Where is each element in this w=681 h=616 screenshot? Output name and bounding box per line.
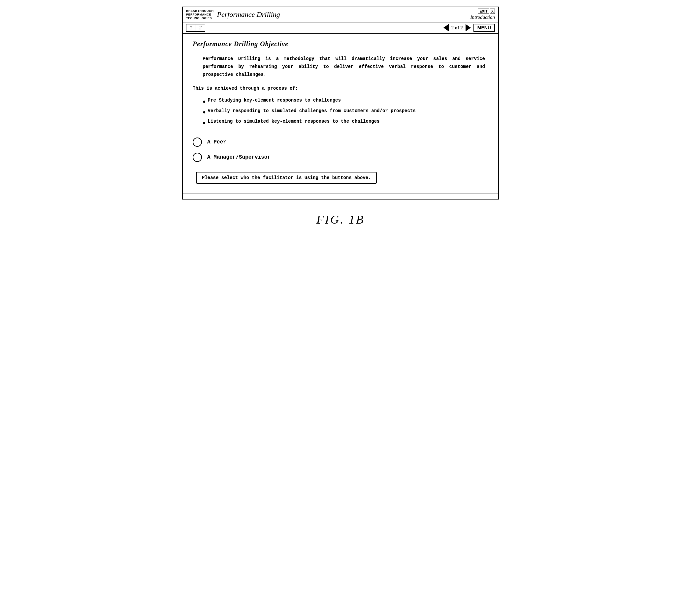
logo-area: BREAKTHROUGH PERFORMANCE TECHNOLOGIES Pe… <box>186 9 280 20</box>
exit-x[interactable]: X <box>490 8 495 14</box>
figure-caption: FIG. 1B <box>317 213 364 226</box>
app-title: Performance Drilling <box>217 10 280 19</box>
content-area: Performance Drilling Objective Performan… <box>183 34 498 194</box>
exit-button[interactable]: EXIT X <box>478 8 495 14</box>
bullet-item-3: ● Listening to simulated key-element res… <box>203 118 488 128</box>
header-row: BREAKTHROUGH PERFORMANCE TECHNOLOGIES Pe… <box>183 7 498 22</box>
bullet-text-1: Pre Studying key-element responses to ch… <box>208 97 341 105</box>
radio-circle-manager[interactable] <box>193 153 202 162</box>
radio-label-manager: A Manager/Supervisor <box>207 154 271 160</box>
logo-line2: PERFORMANCE <box>186 13 214 17</box>
radio-section: A Peer A Manager/Supervisor <box>193 137 488 162</box>
bottom-row <box>183 194 498 199</box>
bullet-text-3: Listening to simulated key-element respo… <box>208 118 380 126</box>
radio-option-peer[interactable]: A Peer <box>193 137 488 147</box>
nav-prev-button[interactable] <box>444 24 449 31</box>
achieved-text: This is achieved through a process of: <box>193 85 488 93</box>
radio-option-manager[interactable]: A Manager/Supervisor <box>193 153 488 162</box>
outer-wrapper: BREAKTHROUGH PERFORMANCE TECHNOLOGIES Pe… <box>182 7 499 226</box>
bullet-text-2: Verbally responding to simulated challen… <box>208 107 416 115</box>
page-tabs: 1 2 <box>186 24 205 32</box>
header-right: EXIT X Introduction <box>471 8 495 20</box>
page-tab-1[interactable]: 1 <box>186 24 196 31</box>
bullet-list: ● Pre Studying key-element responses to … <box>203 97 488 128</box>
logo-text: BREAKTHROUGH PERFORMANCE TECHNOLOGIES <box>186 9 214 20</box>
main-frame: BREAKTHROUGH PERFORMANCE TECHNOLOGIES Pe… <box>182 7 499 199</box>
logo-line1: BREAKTHROUGH <box>186 9 214 13</box>
menu-button[interactable]: MENU <box>474 24 495 32</box>
bullet-dot-1: ● <box>203 98 206 107</box>
nav-row: 1 2 2 of 2 MENU <box>183 22 498 34</box>
section-label: Introduction <box>471 15 495 20</box>
logo-line3: TECHNOLOGIES <box>186 17 214 20</box>
bullet-item-2: ● Verbally responding to simulated chall… <box>203 107 488 117</box>
intro-paragraph: Performance Drilling is a methodology th… <box>203 55 485 79</box>
page-counter: 2 of 2 <box>451 25 463 31</box>
status-bar-container: Please select who the facilitator is usi… <box>193 168 488 187</box>
exit-label[interactable]: EXIT <box>478 8 489 14</box>
nav-right: 2 of 2 MENU <box>444 24 495 32</box>
nav-next-button[interactable] <box>465 24 471 31</box>
page-tab-2[interactable]: 2 <box>196 24 205 31</box>
radio-label-peer: A Peer <box>207 139 226 145</box>
page-heading: Performance Drilling Objective <box>193 40 488 48</box>
bullet-dot-2: ● <box>203 108 206 117</box>
radio-circle-peer[interactable] <box>193 137 202 147</box>
bullet-dot-3: ● <box>203 119 206 128</box>
bullet-item-1: ● Pre Studying key-element responses to … <box>203 97 488 107</box>
status-message: Please select who the facilitator is usi… <box>196 172 377 184</box>
